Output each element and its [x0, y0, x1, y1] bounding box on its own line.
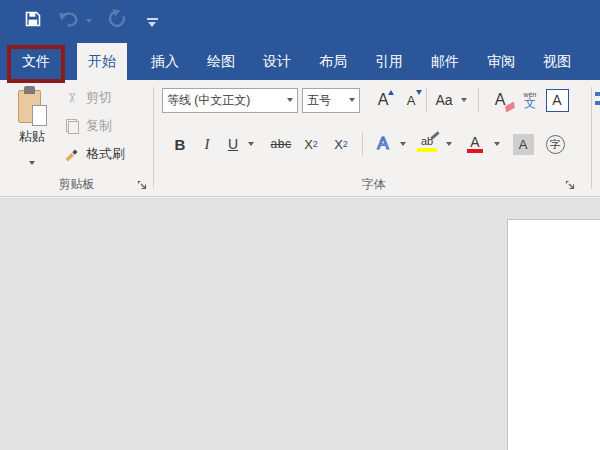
customize-quick-access-toolbar-button[interactable]	[144, 14, 160, 30]
text-highlight-color-button[interactable]: ab	[412, 131, 442, 157]
italic-button[interactable]: I	[196, 131, 218, 157]
clear-formatting-button[interactable]: A	[486, 87, 514, 113]
font-color-icon: A	[467, 135, 483, 153]
cut-label: 剪切	[86, 89, 112, 107]
font-name-chevron-icon	[287, 98, 293, 102]
clipboard-group: 粘贴 ✂ 剪切 复制	[0, 80, 153, 196]
copy-button[interactable]: 复制	[62, 112, 125, 140]
tab-references[interactable]: 引用	[361, 43, 417, 80]
clipboard-dialog-launcher-icon[interactable]	[136, 179, 148, 191]
group-separator	[153, 87, 154, 189]
cut-button[interactable]: ✂ 剪切	[62, 84, 125, 112]
ribbon: 粘贴 ✂ 剪切 复制	[0, 80, 600, 197]
save-icon	[24, 10, 42, 32]
tab-file[interactable]: 文件	[8, 43, 64, 80]
scissors-icon: ✂	[62, 90, 82, 106]
format-painter-button[interactable]: 格式刷	[62, 140, 125, 168]
undo-icon	[57, 10, 81, 33]
font-color-chevron-icon[interactable]	[490, 131, 503, 157]
font-name-combobox[interactable]: 等线 (中文正文)	[162, 88, 298, 113]
undo-dropdown-chevron-icon[interactable]	[84, 17, 94, 25]
enclose-characters-button[interactable]: 字	[542, 131, 568, 157]
grow-font-arrow-icon	[388, 90, 394, 95]
document-page[interactable]	[507, 219, 600, 450]
shrink-font-arrow-icon	[416, 90, 422, 95]
tab-view[interactable]: 视图	[529, 43, 585, 80]
character-border-button[interactable]: A	[545, 87, 569, 113]
redo-icon	[106, 8, 128, 34]
copy-label: 复制	[86, 117, 112, 135]
font-color-button[interactable]: A	[460, 131, 490, 157]
group-separator	[591, 87, 592, 189]
copy-icon	[62, 119, 82, 134]
underline-chevron-icon[interactable]	[244, 131, 257, 157]
tab-layout[interactable]: 布局	[305, 43, 361, 80]
shrink-font-button[interactable]: A	[398, 87, 424, 113]
phonetic-guide-button[interactable]: wén 文	[517, 87, 543, 113]
strikethrough-button[interactable]: abc	[266, 131, 296, 157]
tab-mailings[interactable]: 邮件	[417, 43, 473, 80]
tab-design[interactable]: 设计	[249, 43, 305, 80]
tab-draw[interactable]: 绘图	[193, 43, 249, 80]
highlight-chevron-icon[interactable]	[442, 131, 455, 157]
subscript-button[interactable]: X2	[298, 131, 324, 157]
font-group: 等线 (中文正文) 五号 A A Aa	[155, 80, 592, 196]
redo-button[interactable]	[105, 10, 129, 32]
font-name-value: 等线 (中文正文)	[167, 92, 287, 109]
title-bar	[0, 0, 600, 43]
character-border-icon: A	[546, 89, 569, 112]
bold-button[interactable]: B	[168, 131, 192, 157]
paste-label: 粘贴	[19, 128, 45, 146]
tab-review[interactable]: 审阅	[473, 43, 529, 80]
change-case-button[interactable]: Aa	[431, 87, 457, 113]
font-dialog-launcher-icon[interactable]	[564, 179, 576, 191]
text-effects-chevron-icon[interactable]	[396, 131, 409, 157]
document-area	[0, 198, 600, 450]
undo-button[interactable]	[57, 11, 81, 31]
highlighter-icon: ab	[417, 136, 437, 152]
customize-qat-icon	[147, 18, 158, 20]
ribbon-tab-row: 文件 开始 插入 绘图 设计 布局 引用 邮件 审阅 视图	[0, 43, 600, 80]
font-size-chevron-icon	[349, 98, 355, 102]
enclose-characters-icon: 字	[546, 135, 565, 154]
grow-font-button[interactable]: A	[370, 87, 396, 113]
clipboard-group-label: 剪贴板	[0, 176, 153, 193]
paste-dropdown-chevron-icon[interactable]	[29, 151, 35, 169]
format-painter-brush-icon	[62, 146, 82, 162]
font-size-value: 五号	[307, 92, 349, 109]
superscript-button[interactable]: X2	[328, 131, 354, 157]
text-effects-icon: A	[377, 134, 388, 154]
character-shading-icon: A	[513, 134, 534, 155]
underline-button[interactable]: U	[222, 131, 244, 157]
bullets-icon-partial	[595, 92, 600, 105]
paste-clipboard-icon	[17, 86, 47, 126]
font-size-combobox[interactable]: 五号	[302, 88, 360, 113]
character-shading-button[interactable]: A	[509, 131, 537, 157]
text-effects-button[interactable]: A	[370, 131, 396, 157]
eraser-icon	[505, 102, 515, 113]
word-window: 文件 开始 插入 绘图 设计 布局 引用 邮件 审阅 视图 粘贴	[0, 0, 600, 450]
paste-button[interactable]: 粘贴	[8, 84, 56, 178]
change-case-chevron-icon[interactable]	[457, 87, 470, 113]
format-painter-label: 格式刷	[86, 145, 125, 163]
tab-home[interactable]: 开始	[77, 43, 127, 80]
font-group-label: 字体	[155, 176, 592, 193]
save-button[interactable]	[22, 10, 44, 32]
phonetic-guide-icon: wén 文	[524, 91, 537, 109]
tab-insert[interactable]: 插入	[137, 43, 193, 80]
